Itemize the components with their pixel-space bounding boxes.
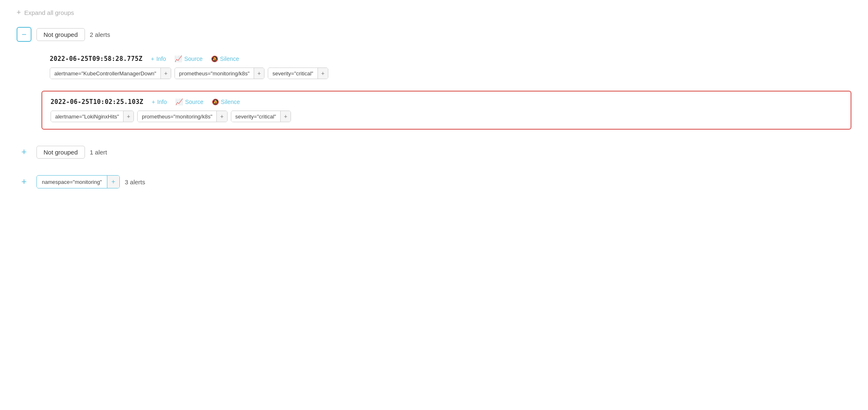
alert2-info-label: Info [157,99,167,105]
alert2-tag-alertname-plus[interactable]: + [123,111,133,122]
group3-plus-icon: + [22,176,27,187]
alert1-silence-button[interactable]: 🔕 Silence [211,55,239,62]
alert1-tag-severity: severity="critical" + [268,68,328,79]
alert2-tag-severity: severity="critical" + [231,111,291,122]
alert2-tag-prometheus-text: prometheus="monitoring/k8s" [138,111,216,122]
group3-namespace-plus[interactable]: + [107,176,119,188]
alert2-timestamp: 2022-06-25T10:02:25.103Z [51,98,143,106]
alert2-source-button[interactable]: 📈 Source [175,98,204,106]
alert2-source-label: Source [185,99,204,105]
alert1-silence-label: Silence [220,55,239,62]
alert1-info-label: Info [156,55,166,62]
alert1-tag-alertname: alertname="KubeControllerManagerDown" + [50,68,171,79]
alert2-tag-severity-text: severity="critical" [231,111,280,122]
alert2-silence-label: Silence [221,99,240,105]
alert1-tag-prometheus: prometheus="monitoring/k8s" + [175,68,264,79]
expand-group3-button[interactable]: + [17,174,32,189]
alert1-source-button[interactable]: 📈 Source [175,55,203,63]
alert2-silence-button[interactable]: 🔕 Silence [212,99,240,105]
alert1-source-label: Source [184,55,203,62]
alert2-tag-alertname: alertname="LokiNginxHits" + [51,111,134,122]
alert1-tags: alertname="KubeControllerManagerDown" + … [50,68,843,79]
group1-label: Not grouped [36,28,85,41]
alert2-info-button[interactable]: + Info [152,99,167,105]
group2-label: Not grouped [36,146,85,159]
group3-namespace-tag: namespace="monitoring" + [36,175,120,188]
alert1-tag-prometheus-text: prometheus="monitoring/k8s" [175,68,254,79]
alert2-source-chart-icon: 📈 [175,98,183,106]
alert2-info-plus-icon: + [152,99,155,105]
group3-row: + namespace="monitoring" + 3 alerts [17,174,851,189]
group1-alerts: 2022-06-25T09:58:28.775Z + Info 📈 Source… [41,48,851,130]
alert1-tag-severity-plus[interactable]: + [318,68,328,79]
alert1-tag-severity-text: severity="critical" [268,68,317,79]
group1-row: − Not grouped 2 alerts [17,27,851,42]
alert1-info-button[interactable]: + Info [151,55,166,62]
group2-plus-icon: + [22,147,27,157]
alert2-tag-severity-plus[interactable]: + [280,111,291,122]
alert1-tag-alertname-plus[interactable]: + [160,68,171,79]
alert2-header: 2022-06-25T10:02:25.103Z + Info 📈 Source… [51,98,842,106]
alert2-tags: alertname="LokiNginxHits" + prometheus="… [51,111,842,122]
alert1-timestamp: 2022-06-25T09:58:28.775Z [50,55,143,63]
alert1-tag-alertname-text: alertname="KubeControllerManagerDown" [50,68,160,79]
minus-icon: − [22,30,27,39]
alert2-tag-prometheus: prometheus="monitoring/k8s" + [137,111,227,122]
group3-namespace-tag-text: namespace="monitoring" [37,176,107,188]
expand-all-label: Expand all groups [24,9,74,16]
alert2-tag-prometheus-plus[interactable]: + [216,111,227,122]
alert-item-2: 2022-06-25T10:02:25.103Z + Info 📈 Source… [41,91,851,130]
expand-group2-button[interactable]: + [17,145,32,159]
alert-item-1: 2022-06-25T09:58:28.775Z + Info 📈 Source… [41,48,851,86]
alert2-silence-bell-icon: 🔕 [212,99,219,105]
alert1-tag-prometheus-plus[interactable]: + [254,68,264,79]
source-chart-icon: 📈 [175,55,182,63]
collapse-group1-button[interactable]: − [17,27,32,42]
group3-count: 3 alerts [125,178,145,186]
alert1-header: 2022-06-25T09:58:28.775Z + Info 📈 Source… [50,55,843,63]
group2-count: 1 alert [90,149,107,156]
expand-all-plus-icon: + [17,8,21,17]
silence-bell-icon: 🔕 [211,55,218,62]
group1-count: 2 alerts [90,31,110,38]
info-plus-icon: + [151,55,154,62]
alert2-tag-alertname-text: alertname="LokiNginxHits" [51,111,123,122]
expand-all-groups-button[interactable]: + Expand all groups [17,8,851,17]
group2-row: + Not grouped 1 alert [17,145,851,159]
